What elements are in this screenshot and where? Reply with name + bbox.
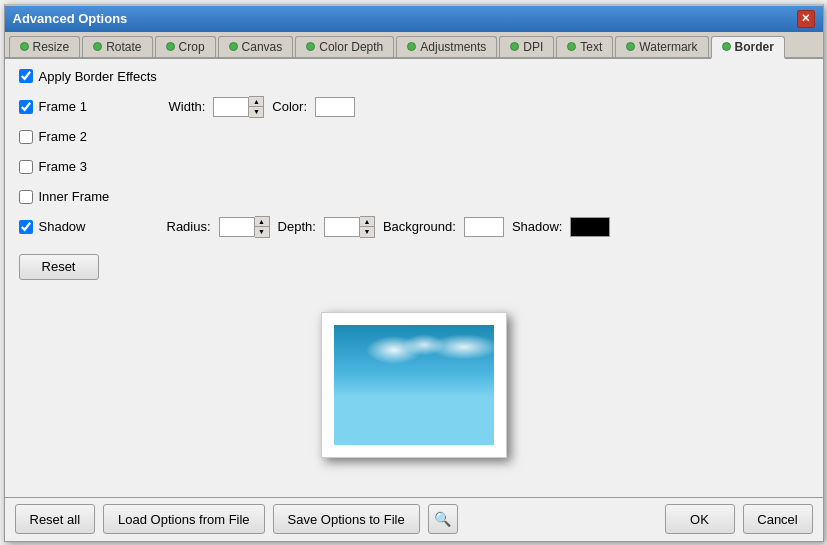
depth-increment[interactable]: ▲ [360, 217, 374, 227]
radius-increment[interactable]: ▲ [255, 217, 269, 227]
save-options-button[interactable]: Save Options to File [273, 504, 420, 534]
tab-dot-border [722, 42, 731, 51]
color-label: Color: [272, 99, 307, 114]
radius-spinner-buttons: ▲ ▼ [255, 216, 270, 238]
frame1-checkbox-area: Frame 1 [19, 99, 119, 114]
tab-dot-watermark [626, 42, 635, 51]
frame3-label: Frame 3 [39, 159, 119, 174]
image-preview-frame [321, 312, 507, 458]
background-color-picker[interactable] [464, 217, 504, 237]
search-icon: 🔍 [434, 511, 451, 527]
width-decrement[interactable]: ▼ [249, 107, 263, 117]
tab-rotate[interactable]: Rotate [82, 36, 152, 57]
apply-border-section: Apply Border Effects [19, 69, 809, 84]
depth-label: Depth: [278, 219, 316, 234]
tab-dot-text [567, 42, 576, 51]
tab-color-depth[interactable]: Color Depth [295, 36, 394, 57]
tab-watermark[interactable]: Watermark [615, 36, 708, 57]
depth-input[interactable]: 3 [324, 217, 360, 237]
tab-bar: Resize Rotate Crop Canvas Color Depth Ad… [5, 32, 823, 59]
shadow-checkbox[interactable] [19, 220, 33, 234]
reset-button[interactable]: Reset [19, 254, 99, 280]
footer-right-buttons: OK Cancel [665, 504, 813, 534]
frame2-row: Frame 2 [19, 126, 809, 148]
reset-all-button[interactable]: Reset all [15, 504, 96, 534]
tab-text[interactable]: Text [556, 36, 613, 57]
ok-button[interactable]: OK [665, 504, 735, 534]
inner-frame-checkbox-area: Inner Frame [19, 189, 119, 204]
tab-crop[interactable]: Crop [155, 36, 216, 57]
inner-frame-checkbox[interactable] [19, 190, 33, 204]
depth-spinner: 3 ▲ ▼ [324, 216, 375, 238]
dialog-title: Advanced Options [13, 11, 128, 26]
depth-spinner-buttons: ▲ ▼ [360, 216, 375, 238]
preview-landscape [334, 325, 494, 445]
depth-decrement[interactable]: ▼ [360, 227, 374, 237]
shadow-controls: Radius: 3 ▲ ▼ Depth: 3 ▲ ▼ [167, 216, 611, 238]
image-preview [334, 325, 494, 445]
frame2-checkbox-area: Frame 2 [19, 129, 119, 144]
cancel-button[interactable]: Cancel [743, 504, 813, 534]
frame1-color-picker[interactable] [315, 97, 355, 117]
tab-canvas[interactable]: Canvas [218, 36, 294, 57]
tab-dot-resize [20, 42, 29, 51]
border-options-grid: Frame 1 Width: 10 ▲ ▼ Color: [19, 96, 809, 238]
shadow-color-label: Shadow: [512, 219, 563, 234]
width-spinner-buttons: ▲ ▼ [249, 96, 264, 118]
dialog-footer: Reset all Load Options from File Save Op… [5, 497, 823, 541]
tab-resize[interactable]: Resize [9, 36, 81, 57]
tab-dot-color-depth [306, 42, 315, 51]
frame3-row: Frame 3 [19, 156, 809, 178]
radius-input[interactable]: 3 [219, 217, 255, 237]
shadow-label: Shadow [39, 219, 119, 234]
tab-content-border: Apply Border Effects Frame 1 Width: 10 ▲ [5, 59, 823, 497]
radius-decrement[interactable]: ▼ [255, 227, 269, 237]
close-button[interactable]: ✕ [797, 10, 815, 28]
frame1-checkbox[interactable] [19, 100, 33, 114]
inner-frame-row: Inner Frame [19, 186, 809, 208]
frame1-controls: Width: 10 ▲ ▼ Color: [169, 96, 356, 118]
shadow-color-picker[interactable] [570, 217, 610, 237]
frame1-row: Frame 1 Width: 10 ▲ ▼ Color: [19, 96, 809, 118]
tab-dot-crop [166, 42, 175, 51]
apply-border-label: Apply Border Effects [39, 69, 157, 84]
width-spinner: 10 ▲ ▼ [213, 96, 264, 118]
tab-dot-adjustments [407, 42, 416, 51]
background-label: Background: [383, 219, 456, 234]
tab-dot-rotate [93, 42, 102, 51]
shadow-checkbox-area: Shadow [19, 219, 119, 234]
apply-border-checkbox[interactable] [19, 69, 33, 83]
search-icon-button[interactable]: 🔍 [428, 504, 458, 534]
advanced-options-dialog: Advanced Options ✕ Resize Rotate Crop Ca… [4, 4, 824, 542]
tab-dot-canvas [229, 42, 238, 51]
frame3-checkbox[interactable] [19, 160, 33, 174]
tab-adjustments[interactable]: Adjustments [396, 36, 497, 57]
width-label: Width: [169, 99, 206, 114]
frame2-checkbox[interactable] [19, 130, 33, 144]
width-increment[interactable]: ▲ [249, 97, 263, 107]
radius-spinner: 3 ▲ ▼ [219, 216, 270, 238]
title-bar: Advanced Options ✕ [5, 6, 823, 32]
tab-dpi[interactable]: DPI [499, 36, 554, 57]
tab-dot-dpi [510, 42, 519, 51]
frame3-checkbox-area: Frame 3 [19, 159, 119, 174]
tab-border[interactable]: Border [711, 36, 785, 59]
load-options-button[interactable]: Load Options from File [103, 504, 265, 534]
apply-border-checkbox-area: Apply Border Effects [19, 69, 157, 84]
shadow-row: Shadow Radius: 3 ▲ ▼ Depth: 3 [19, 216, 809, 238]
radius-label: Radius: [167, 219, 211, 234]
frame2-label: Frame 2 [39, 129, 119, 144]
preview-area [19, 284, 809, 487]
inner-frame-label: Inner Frame [39, 189, 119, 204]
footer-left-buttons: Reset all Load Options from File Save Op… [15, 504, 458, 534]
frame1-label: Frame 1 [39, 99, 119, 114]
width-input[interactable]: 10 [213, 97, 249, 117]
